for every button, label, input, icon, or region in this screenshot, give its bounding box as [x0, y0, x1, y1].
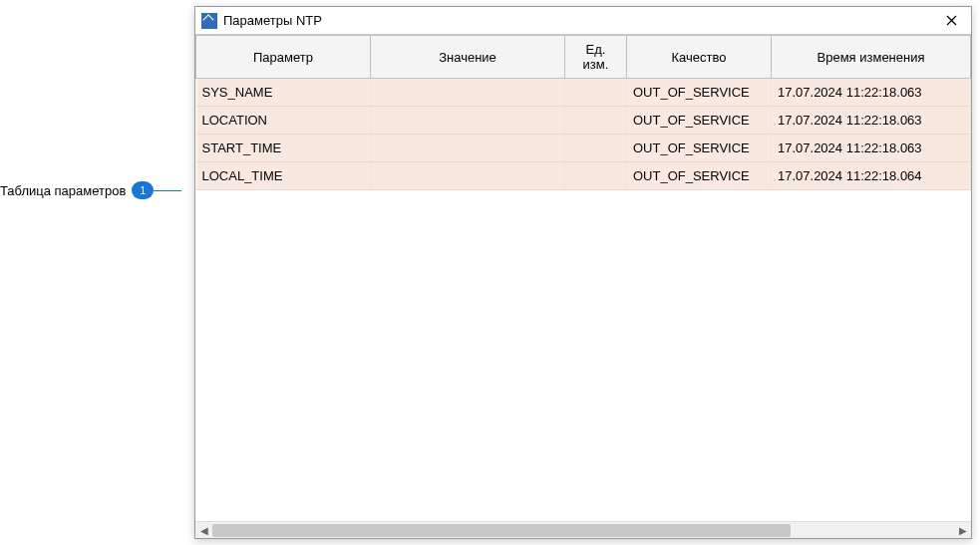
cell-quality: OUT_OF_SERVICE: [627, 107, 772, 135]
cell-param: LOCAL_TIME: [196, 162, 371, 190]
cell-param: SYS_NAME: [196, 79, 371, 107]
parameters-table: Параметр Значение Ед. изм. Качество Врем…: [195, 35, 971, 190]
ntp-parameters-window: Параметры NTP Параметр Значение Ед. изм.…: [194, 6, 972, 539]
col-header-unit[interactable]: Ед. изм.: [565, 36, 627, 79]
cell-unit: [565, 79, 627, 107]
cell-time: 17.07.2024 11:22:18.063: [772, 135, 971, 162]
cell-value: [371, 135, 565, 162]
table-row[interactable]: SYS_NAMEOUT_OF_SERVICE17.07.2024 11:22:1…: [196, 79, 971, 107]
cell-unit: [565, 107, 627, 135]
scroll-left-arrow-icon[interactable]: ◀: [195, 522, 212, 538]
scrollbar-track[interactable]: [212, 522, 954, 538]
app-icon: [201, 13, 217, 29]
close-button[interactable]: [931, 7, 971, 34]
cell-param: LOCATION: [196, 107, 371, 135]
cell-value: [371, 162, 565, 190]
parameters-table-wrap: Параметр Значение Ед. изм. Качество Врем…: [195, 35, 971, 538]
cell-quality: OUT_OF_SERVICE: [627, 162, 772, 190]
table-body-rows: SYS_NAMEOUT_OF_SERVICE17.07.2024 11:22:1…: [196, 79, 971, 190]
col-header-param[interactable]: Параметр: [196, 36, 371, 79]
cell-unit: [565, 135, 627, 162]
table-row[interactable]: START_TIMEOUT_OF_SERVICE17.07.2024 11:22…: [196, 135, 971, 162]
cell-value: [371, 107, 565, 135]
scrollbar-thumb[interactable]: [212, 524, 791, 537]
annotation-label: Таблица параметров: [0, 183, 126, 198]
window-title: Параметры NTP: [223, 13, 931, 28]
cell-time: 17.07.2024 11:22:18.063: [772, 79, 971, 107]
annotation-callout: Таблица параметров 1: [0, 181, 181, 199]
cell-value: [371, 79, 565, 107]
table-row[interactable]: LOCATIONOUT_OF_SERVICE17.07.2024 11:22:1…: [196, 107, 971, 135]
cell-time: 17.07.2024 11:22:18.063: [772, 107, 971, 135]
col-header-quality[interactable]: Качество: [627, 36, 772, 79]
col-header-value[interactable]: Значение: [371, 36, 565, 79]
cell-param: START_TIME: [196, 135, 371, 162]
cell-time: 17.07.2024 11:22:18.064: [772, 162, 971, 190]
cell-unit: [565, 162, 627, 190]
close-icon: [946, 15, 957, 26]
table-header-row: Параметр Значение Ед. изм. Качество Врем…: [196, 36, 971, 79]
col-header-time[interactable]: Время изменения: [772, 36, 971, 79]
scroll-right-arrow-icon[interactable]: ▶: [954, 522, 971, 538]
table-empty-area: [195, 190, 971, 521]
titlebar[interactable]: Параметры NTP: [195, 7, 971, 35]
horizontal-scrollbar[interactable]: ◀ ▶: [195, 521, 971, 538]
cell-quality: OUT_OF_SERVICE: [627, 135, 772, 162]
annotation-connector: [154, 190, 181, 191]
table-row[interactable]: LOCAL_TIMEOUT_OF_SERVICE17.07.2024 11:22…: [196, 162, 971, 190]
annotation-badge: 1: [132, 181, 154, 199]
cell-quality: OUT_OF_SERVICE: [627, 79, 772, 107]
